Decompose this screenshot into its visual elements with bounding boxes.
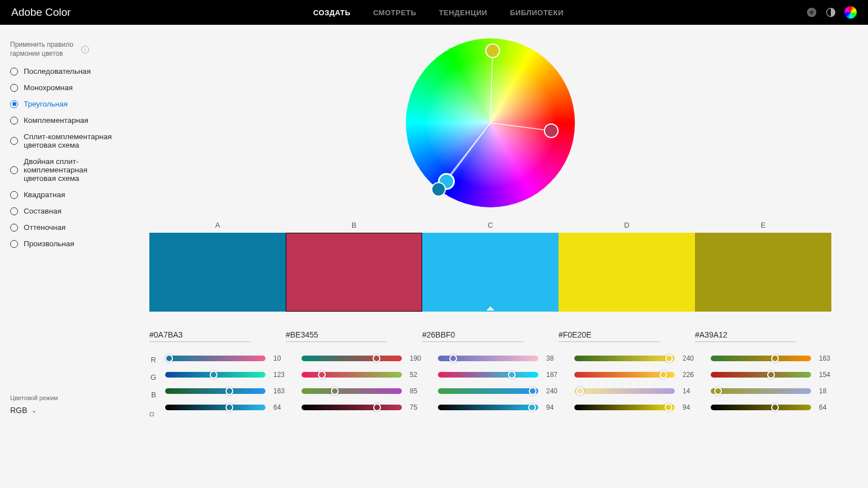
wheel-handle[interactable] — [544, 123, 559, 138]
harmony-rule-6[interactable]: Квадратная — [10, 190, 113, 199]
slider-r[interactable] — [574, 356, 675, 361]
slider-brightness[interactable] — [711, 405, 811, 410]
slider-thumb[interactable] — [767, 371, 775, 379]
slider-value: 240 — [546, 387, 563, 395]
slider-g[interactable] — [165, 372, 265, 378]
slider-r[interactable] — [438, 356, 538, 361]
info-icon[interactable]: i — [81, 46, 89, 54]
slider-thumb[interactable] — [318, 371, 326, 379]
swatch-B[interactable] — [286, 233, 422, 312]
slider-thumb[interactable] — [665, 403, 672, 411]
nav-explore[interactable]: СМОТРЕТЬ — [373, 8, 417, 17]
slider-thumb[interactable] — [225, 403, 233, 411]
slider-r[interactable] — [302, 356, 402, 361]
wheel-handle[interactable] — [485, 43, 500, 58]
swatch-D[interactable] — [559, 233, 695, 312]
nav-create[interactable]: СОЗДАТЬ — [313, 8, 351, 17]
slider-thumb[interactable] — [714, 387, 722, 395]
slider-r[interactable] — [165, 356, 265, 361]
slider-brightness[interactable] — [165, 405, 265, 410]
swatch-E[interactable] — [695, 233, 831, 312]
rule-label: Комплементарная — [24, 116, 88, 125]
nav-libraries[interactable]: БИБЛИОТЕКИ — [510, 8, 564, 17]
radio-icon — [10, 100, 18, 108]
hex-input-E[interactable] — [695, 330, 796, 342]
hex-input-D[interactable] — [559, 330, 660, 342]
hex-input-B[interactable] — [286, 330, 387, 342]
slider-b[interactable] — [438, 388, 538, 394]
slider-b[interactable] — [711, 388, 811, 394]
swatch-A[interactable] — [149, 233, 286, 312]
harmony-rule-9[interactable]: Произвольная — [10, 239, 113, 248]
wheel-handle[interactable] — [431, 182, 446, 197]
color-wheel[interactable] — [406, 38, 575, 207]
slider-value: 187 — [546, 371, 563, 379]
slider-thumb[interactable] — [165, 354, 173, 362]
swatch-letter-A: A — [149, 221, 286, 233]
slider-b[interactable] — [574, 388, 675, 394]
slider-b[interactable] — [165, 388, 265, 394]
rule-label: Произвольная — [24, 239, 74, 248]
hex-input-A[interactable] — [149, 330, 251, 342]
slider-g[interactable] — [711, 372, 811, 378]
rule-label: Составная — [24, 207, 61, 215]
radio-icon — [10, 84, 18, 92]
slider-thumb[interactable] — [373, 403, 381, 411]
radio-icon — [10, 207, 18, 215]
slider-value: 163 — [819, 354, 836, 362]
svg-line-5 — [490, 123, 551, 131]
slider-thumb[interactable] — [528, 403, 536, 411]
slider-thumb[interactable] — [508, 371, 516, 379]
slider-thumb[interactable] — [659, 371, 667, 379]
slider-r[interactable] — [711, 356, 811, 361]
rule-label: Треугольная — [24, 100, 68, 108]
rule-label: Оттеночная — [24, 223, 65, 232]
slider-b[interactable] — [302, 388, 402, 394]
rule-label: Последовательная — [24, 67, 91, 76]
app-header: Adobe Color СОЗДАТЬ СМОТРЕТЬ ТЕНДЕНЦИИ Б… — [0, 0, 868, 25]
slider-thumb[interactable] — [210, 371, 218, 379]
nav-trends[interactable]: ТЕНДЕНЦИИ — [439, 8, 488, 17]
theme-toggle-icon[interactable] — [825, 7, 836, 18]
slider-value: 14 — [683, 387, 699, 395]
account-color-icon[interactable] — [844, 6, 857, 19]
slider-thumb[interactable] — [331, 387, 339, 395]
harmony-sidebar: Применить правило гармонии цветов i Посл… — [0, 25, 113, 488]
harmony-rule-7[interactable]: Составная — [10, 207, 113, 215]
harmony-rule-2[interactable]: Треугольная — [10, 100, 113, 108]
slider-thumb[interactable] — [373, 354, 380, 362]
star-icon[interactable] — [806, 7, 817, 18]
slider-thumb[interactable] — [449, 354, 457, 362]
swatch-C[interactable] — [422, 233, 559, 312]
harmony-rule-1[interactable]: Монохромная — [10, 83, 113, 92]
slider-g[interactable] — [574, 372, 675, 378]
slider-brightness[interactable] — [302, 405, 402, 410]
slider-value: 75 — [410, 403, 427, 411]
harmony-title: Применить правило гармонии цветов — [10, 41, 78, 58]
slider-value: 52 — [410, 371, 427, 379]
harmony-rule-4[interactable]: Сплит-комплементарная цветовая схема — [10, 132, 113, 149]
radio-icon — [10, 166, 18, 174]
slider-brightness[interactable] — [438, 405, 538, 410]
slider-thumb[interactable] — [771, 403, 779, 411]
slider-thumb[interactable] — [225, 387, 233, 395]
chevron-down-icon: ⌄ — [32, 407, 36, 414]
harmony-rule-0[interactable]: Последовательная — [10, 67, 113, 76]
svg-line-2 — [490, 51, 493, 123]
swatch-letter-B: B — [286, 221, 422, 233]
app-title: Adobe Color — [11, 6, 71, 19]
slider-thumb[interactable] — [529, 387, 537, 395]
slider-value: 94 — [683, 403, 699, 411]
slider-g[interactable] — [302, 372, 402, 378]
harmony-rule-8[interactable]: Оттеночная — [10, 223, 113, 232]
hex-input-C[interactable] — [422, 330, 524, 342]
slider-brightness[interactable] — [574, 405, 675, 410]
harmony-rule-3[interactable]: Комплементарная — [10, 116, 113, 125]
slider-g[interactable] — [438, 372, 538, 378]
harmony-rule-5[interactable]: Двойная сплит-комплементарная цветовая с… — [10, 157, 113, 183]
slider-thumb[interactable] — [771, 354, 779, 362]
color-mode-select[interactable]: RGB ⌄ — [10, 406, 113, 415]
slider-thumb[interactable] — [576, 387, 584, 395]
slider-thumb[interactable] — [665, 354, 673, 362]
swatch-letter-C: C — [422, 221, 559, 233]
